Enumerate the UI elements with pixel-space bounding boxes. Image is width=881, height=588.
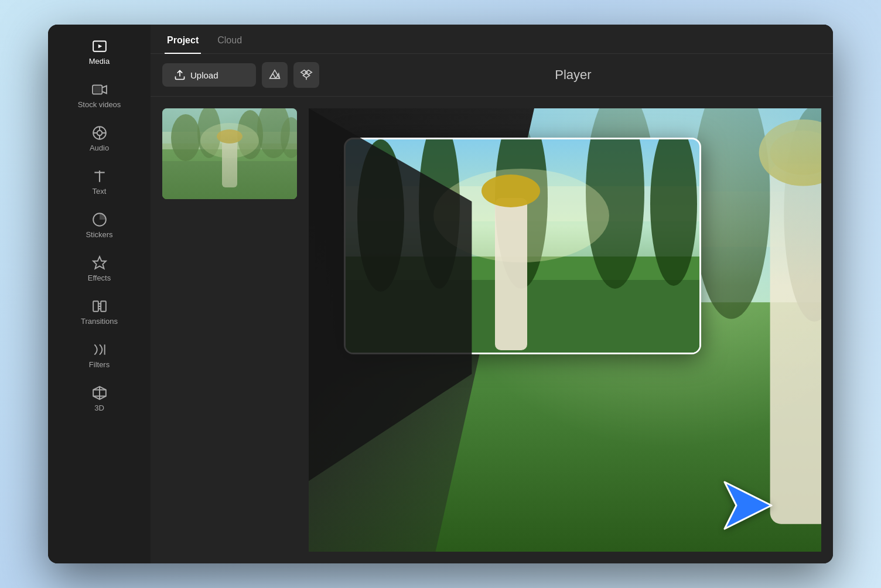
stickers-icon (92, 212, 107, 227)
svg-rect-28 (162, 132, 297, 149)
sidebar-item-media[interactable]: Media (48, 30, 151, 74)
svg-point-34 (257, 108, 290, 158)
sidebar-item-stickers[interactable]: Stickers (48, 204, 151, 247)
media-icon (92, 39, 107, 54)
sidebar-item-label: Stickers (86, 230, 112, 239)
svg-point-46 (692, 108, 770, 319)
svg-point-31 (171, 114, 200, 161)
svg-point-52 (759, 119, 821, 186)
sidebar-item-label: Effects (88, 274, 111, 282)
upload-label: Upload (190, 70, 218, 80)
sidebar-item-label: Audio (90, 143, 109, 152)
player-area (309, 108, 821, 552)
sidebar-item-label: Text (93, 187, 107, 196)
svg-point-35 (281, 117, 297, 158)
dropbox-button[interactable] (293, 62, 319, 88)
svg-point-33 (237, 110, 263, 159)
svg-rect-14 (93, 301, 98, 311)
svg-rect-18 (101, 301, 106, 311)
svg-point-53 (770, 131, 821, 175)
sidebar-item-label: Stock videos (78, 100, 121, 109)
svg-rect-27 (162, 108, 297, 143)
svg-marker-1 (98, 45, 102, 49)
upload-button[interactable]: Upload (162, 63, 256, 87)
sidebar-item-label: Media (89, 57, 110, 66)
player-label: Player (325, 67, 821, 83)
stock-videos-icon (92, 82, 107, 97)
media-area (151, 97, 833, 563)
svg-marker-24 (270, 74, 276, 78)
3d-icon (92, 385, 107, 401)
text-icon (92, 169, 107, 184)
effects-icon (92, 255, 107, 271)
sidebar-item-audio[interactable]: Audio (48, 117, 151, 160)
svg-rect-65 (495, 198, 527, 350)
tab-cloud[interactable]: Cloud (215, 25, 244, 54)
svg-point-66 (482, 175, 540, 207)
sidebar-item-effects[interactable]: Effects (48, 247, 151, 290)
thumbnail-svg (162, 108, 297, 199)
svg-rect-3 (94, 87, 101, 93)
svg-point-47 (784, 108, 821, 322)
google-drive-icon (268, 69, 281, 81)
tab-project[interactable]: Project (165, 25, 201, 54)
cursor-svg (722, 479, 774, 532)
tabs-bar: Project Cloud (151, 25, 833, 54)
svg-point-38 (217, 129, 243, 143)
sidebar-item-label: Transitions (81, 317, 118, 326)
svg-rect-37 (222, 141, 237, 187)
sidebar: Media Stock videos Audio (48, 25, 151, 563)
zoom-preview-card (344, 138, 701, 354)
transitions-icon (92, 299, 107, 314)
sidebar-item-stock-videos[interactable]: Stock videos (48, 74, 151, 117)
audio-icon (92, 125, 107, 141)
app-window: Media Stock videos Audio (48, 25, 833, 563)
svg-point-36 (200, 123, 259, 158)
main-content: Project Cloud Upload (151, 25, 833, 563)
svg-point-32 (197, 108, 221, 158)
svg-rect-51 (770, 164, 821, 524)
cursor-arrow (722, 479, 774, 534)
sidebar-item-filters[interactable]: Filters (48, 334, 151, 377)
filters-icon (92, 342, 107, 357)
zoom-scene-svg (346, 139, 701, 354)
sidebar-item-3d[interactable]: 3D (48, 377, 151, 421)
toolbar: Upload Player (151, 54, 833, 97)
sidebar-item-label: 3D (94, 404, 104, 412)
sidebar-item-label: Filters (89, 360, 110, 369)
sidebar-item-text[interactable]: Text (48, 160, 151, 204)
svg-rect-29 (162, 149, 297, 199)
sidebar-item-transitions[interactable]: Transitions (48, 290, 151, 334)
svg-point-59 (357, 139, 404, 292)
google-drive-button[interactable] (262, 62, 288, 88)
dropbox-icon (300, 69, 313, 81)
media-panel (162, 108, 297, 552)
video-thumbnail[interactable] (162, 108, 297, 199)
svg-marker-13 (93, 257, 106, 269)
svg-marker-67 (725, 482, 771, 529)
upload-icon (174, 69, 186, 81)
svg-rect-30 (162, 161, 297, 199)
thumbnail-image (162, 108, 297, 199)
svg-point-5 (97, 131, 102, 136)
